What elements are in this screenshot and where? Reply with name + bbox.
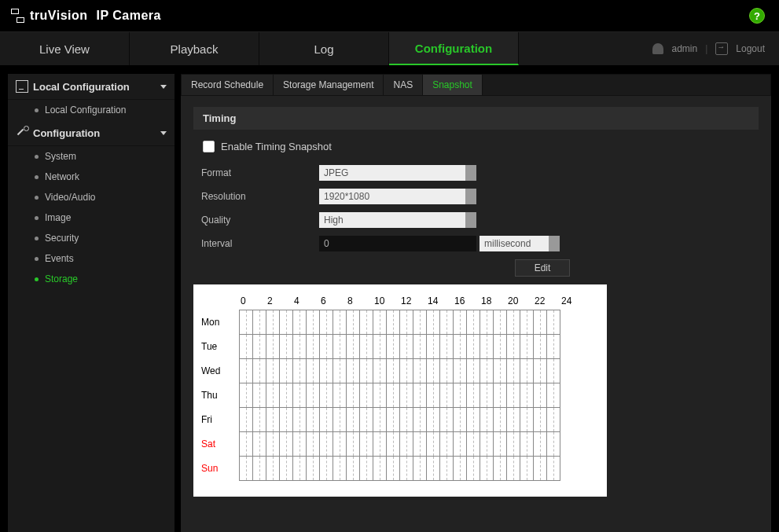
schedule-cell[interactable] (413, 432, 427, 456)
schedule-cell[interactable] (494, 457, 507, 480)
sidebar-item-video-audio[interactable]: Video/Audio (8, 187, 175, 207)
schedule-cell[interactable] (307, 310, 320, 334)
schedule-cell[interactable] (507, 335, 520, 358)
schedule-cell[interactable] (507, 408, 520, 431)
schedule-cell[interactable] (400, 408, 413, 431)
sidebar-item-network[interactable]: Network (8, 167, 175, 187)
schedule-cell[interactable] (427, 408, 440, 431)
schedule-cell[interactable] (307, 359, 320, 383)
schedule-cell[interactable] (427, 335, 440, 358)
schedule-cell[interactable] (507, 457, 520, 480)
schedule-cell[interactable] (454, 383, 467, 407)
schedule-cell[interactable] (440, 408, 454, 431)
schedule-cell[interactable] (480, 432, 494, 456)
schedule-cell[interactable] (240, 310, 253, 334)
schedule-cell[interactable] (520, 310, 534, 334)
schedule-cell[interactable] (480, 335, 494, 358)
sidebar-group-configuration[interactable]: Configuration (8, 120, 175, 146)
schedule-cell[interactable] (373, 457, 387, 480)
schedule-cell[interactable] (280, 310, 293, 334)
format-select[interactable] (319, 165, 465, 181)
schedule-cell[interactable] (440, 359, 454, 383)
schedule-cell[interactable] (413, 457, 427, 480)
schedule-cell[interactable] (427, 432, 440, 456)
schedule-cell[interactable] (440, 457, 454, 480)
subtab-storage-management[interactable]: Storage Management (274, 75, 384, 95)
schedule-cell[interactable] (427, 310, 440, 334)
schedule-cell[interactable] (266, 310, 280, 334)
schedule-cell[interactable] (360, 310, 373, 334)
nav-tab-playback[interactable]: Playback (130, 32, 259, 65)
quality-dropdown-button[interactable] (465, 212, 476, 228)
schedule-cell[interactable] (360, 432, 373, 456)
schedule-cell[interactable] (547, 432, 560, 456)
interval-input[interactable] (319, 236, 476, 251)
nav-tab-configuration[interactable]: Configuration (389, 32, 519, 65)
schedule-cell[interactable] (307, 335, 320, 358)
schedule-cell[interactable] (507, 359, 520, 383)
schedule-cell[interactable] (333, 383, 347, 407)
schedule-cell[interactable] (280, 383, 293, 407)
schedule-cell[interactable] (347, 359, 360, 383)
schedule-cell[interactable] (427, 359, 440, 383)
schedule-cell[interactable] (240, 457, 253, 480)
format-dropdown-button[interactable] (465, 165, 476, 181)
schedule-cell[interactable] (440, 432, 454, 456)
schedule-cell[interactable] (467, 335, 480, 358)
schedule-cell[interactable] (413, 408, 427, 431)
schedule-cell[interactable] (400, 359, 413, 383)
schedule-cell[interactable] (547, 359, 560, 383)
schedule-cell[interactable] (333, 457, 347, 480)
schedule-cell[interactable] (373, 359, 387, 383)
schedule-cell[interactable] (266, 359, 280, 383)
schedule-cell[interactable] (400, 457, 413, 480)
schedule-cell[interactable] (320, 335, 333, 358)
schedule-cell[interactable] (293, 408, 307, 431)
schedule-cell[interactable] (494, 335, 507, 358)
schedule-cell[interactable] (413, 335, 427, 358)
resolution-dropdown-button[interactable] (465, 189, 476, 204)
schedule-cell[interactable] (333, 335, 347, 358)
schedule-cell[interactable] (387, 359, 400, 383)
schedule-cell[interactable] (413, 310, 427, 334)
schedule-cell[interactable] (253, 432, 266, 456)
schedule-cell[interactable] (494, 408, 507, 431)
schedule-cell[interactable] (494, 310, 507, 334)
schedule-cell[interactable] (253, 457, 266, 480)
schedule-cell[interactable] (240, 335, 253, 358)
schedule-cell[interactable] (280, 335, 293, 358)
sidebar-item-system[interactable]: System (8, 146, 175, 167)
schedule-cell[interactable] (400, 310, 413, 334)
schedule-cell[interactable] (307, 383, 320, 407)
schedule-cell[interactable] (400, 432, 413, 456)
schedule-cell[interactable] (253, 383, 266, 407)
schedule-cell[interactable] (266, 408, 280, 431)
schedule-cell[interactable] (520, 457, 534, 480)
schedule-cell[interactable] (387, 408, 400, 431)
schedule-cell[interactable] (320, 408, 333, 431)
schedule-cell[interactable] (240, 432, 253, 456)
schedule-cell[interactable] (333, 432, 347, 456)
schedule-cell[interactable] (387, 383, 400, 407)
schedule-cell[interactable] (253, 310, 266, 334)
logout-link[interactable]: Logout (736, 43, 765, 54)
schedule-cell[interactable] (387, 335, 400, 358)
schedule-cell[interactable] (266, 457, 280, 480)
schedule-cell[interactable] (253, 335, 266, 358)
schedule-cell[interactable] (480, 408, 494, 431)
schedule-cell[interactable] (266, 383, 280, 407)
sidebar-group-local[interactable]: Local Configuration (8, 74, 175, 100)
sidebar-item-image[interactable]: Image (8, 207, 175, 228)
sidebar-item-security[interactable]: Security (8, 228, 175, 248)
schedule-cell[interactable] (320, 383, 333, 407)
schedule-cell[interactable] (347, 383, 360, 407)
schedule-cell[interactable] (520, 408, 534, 431)
help-button[interactable]: ? (749, 8, 765, 24)
schedule-cell[interactable] (266, 432, 280, 456)
schedule-cell[interactable] (507, 310, 520, 334)
schedule-cell[interactable] (534, 359, 547, 383)
schedule-cell[interactable] (454, 432, 467, 456)
schedule-cell[interactable] (293, 335, 307, 358)
schedule-cell[interactable] (320, 310, 333, 334)
schedule-cell[interactable] (280, 408, 293, 431)
